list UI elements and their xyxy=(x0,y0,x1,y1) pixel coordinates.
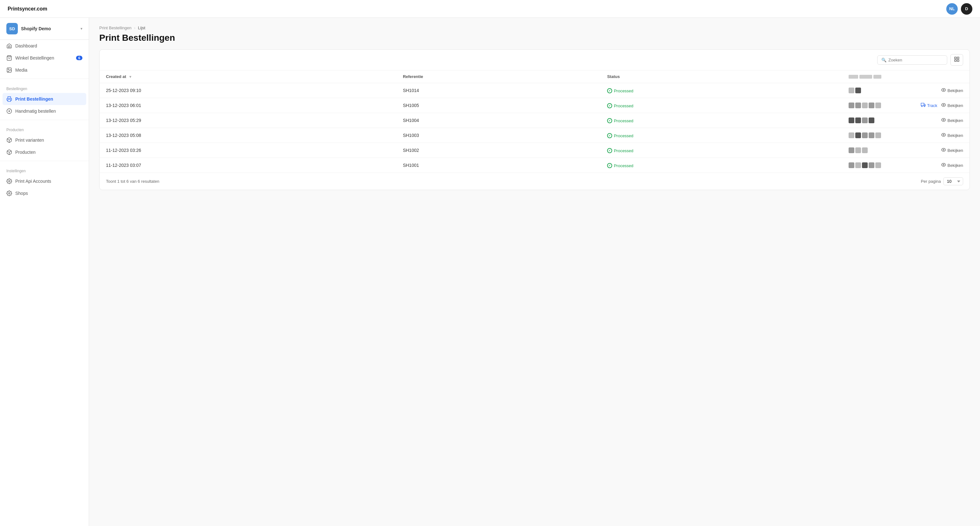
thumb xyxy=(855,102,861,108)
store-selector[interactable]: SD Shopify Demo ▾ xyxy=(0,18,89,40)
per-page-label: Per pagina xyxy=(921,179,941,184)
topnav-right: NL D xyxy=(946,3,972,14)
status-badge: Processed xyxy=(607,103,633,108)
sidebar-item-handmatig-bestellen[interactable]: Handmatig bestellen xyxy=(0,105,89,117)
cell-status: Processed xyxy=(601,143,842,158)
user-button[interactable]: D xyxy=(961,3,972,14)
view-button[interactable]: Bekijken xyxy=(941,132,963,138)
cell-referentie: SH1002 xyxy=(396,143,601,158)
box2-icon xyxy=(6,149,12,155)
svg-rect-16 xyxy=(921,103,924,106)
main-content: Print Bestellingen › Lijst Print Bestell… xyxy=(89,18,980,526)
svg-rect-11 xyxy=(955,57,956,59)
badge: 6 xyxy=(76,56,83,60)
image-icon xyxy=(6,67,12,73)
table-row: 13-12-2023 05:29 SH1004 Processed xyxy=(100,113,969,128)
cell-status: Processed xyxy=(601,113,842,128)
sidebar-item-winkel-bestellingen[interactable]: Winkel Bestellingen 6 xyxy=(0,52,89,64)
cell-status: Processed xyxy=(601,98,842,113)
status-dot xyxy=(607,148,612,153)
status-badge: Processed xyxy=(607,148,633,153)
orders-table: Created at ▼ Referentie Status xyxy=(100,70,969,172)
search-icon: 🔍 xyxy=(881,57,886,62)
thumb xyxy=(849,163,854,168)
cell-status: Processed xyxy=(601,83,842,98)
sidebar-item-print-varianten[interactable]: Print varianten xyxy=(0,134,89,146)
sidebar-item-print-bestellingen[interactable]: Print Bestellingen xyxy=(3,93,86,105)
svg-point-10 xyxy=(9,193,10,194)
table-footer: Toont 1 tot 6 van 6 resultaten Per pagin… xyxy=(100,172,969,190)
row-actions: Bekijken xyxy=(912,118,963,123)
sidebar-item-dashboard[interactable]: Dashboard xyxy=(0,40,89,52)
columns-button[interactable] xyxy=(950,54,963,65)
cart-icon xyxy=(6,55,12,61)
sidebar-item-label: Winkel Bestellingen xyxy=(15,56,54,61)
eye-icon xyxy=(941,102,946,108)
svg-point-18 xyxy=(921,106,923,107)
app-logo: Printsyncer.com xyxy=(8,6,48,12)
search-box[interactable]: 🔍 xyxy=(877,56,947,65)
cell-thumbnails xyxy=(842,83,906,98)
thumb xyxy=(862,118,868,123)
cell-referentie: SH1001 xyxy=(396,158,601,173)
sidebar-item-label: Handmatig bestellen xyxy=(15,108,56,114)
view-button[interactable]: Bekijken xyxy=(941,102,963,108)
gear-icon xyxy=(6,178,12,184)
svg-rect-12 xyxy=(958,57,959,59)
lang-button[interactable]: NL xyxy=(946,3,958,14)
view-button[interactable]: Bekijken xyxy=(941,163,963,168)
thumb xyxy=(849,118,854,123)
view-button[interactable]: Bekijken xyxy=(941,118,963,123)
status-badge: Processed xyxy=(607,163,633,168)
svg-point-22 xyxy=(943,134,944,135)
sidebar-item-producten[interactable]: Producten xyxy=(0,146,89,158)
per-page-select[interactable]: 10 25 50 100 xyxy=(943,177,963,185)
store-name: Shopify Demo xyxy=(21,26,51,31)
thumb xyxy=(875,163,881,168)
table-row: 25-12-2023 09:10 SH1014 Processed xyxy=(100,83,969,98)
status-dot xyxy=(607,133,612,138)
status-badge: Processed xyxy=(607,118,633,123)
sidebar-item-shops[interactable]: Shops xyxy=(0,187,89,199)
breadcrumb-parent: Print Bestellingen xyxy=(99,26,131,30)
eye-icon xyxy=(941,163,946,168)
view-button[interactable]: Bekijken xyxy=(941,88,963,93)
sidebar-item-media[interactable]: Media xyxy=(0,64,89,76)
row-actions: Bekijken xyxy=(912,147,963,153)
cell-created-at: 13-12-2023 05:29 xyxy=(100,113,396,128)
thumb xyxy=(875,102,881,108)
col-actions xyxy=(906,70,969,83)
eye-icon xyxy=(941,88,946,93)
svg-point-21 xyxy=(943,120,944,121)
store-avatar: SD xyxy=(6,23,18,34)
svg-point-20 xyxy=(943,104,944,106)
row-actions: Bekijken xyxy=(912,163,963,168)
cell-created-at: 11-12-2023 03:26 xyxy=(100,143,396,158)
cell-referentie: SH1014 xyxy=(396,83,601,98)
status-dot xyxy=(607,163,612,168)
cell-actions: Bekijken xyxy=(906,113,969,128)
thumb xyxy=(849,132,854,138)
col-referentie: Referentie xyxy=(396,70,601,83)
thumb xyxy=(862,102,868,108)
track-button[interactable]: Track xyxy=(921,102,937,108)
cell-created-at: 11-12-2023 03:07 xyxy=(100,158,396,173)
search-input[interactable] xyxy=(888,57,943,62)
thumb xyxy=(869,118,874,123)
thumb xyxy=(862,163,868,168)
print-icon xyxy=(6,96,12,102)
view-button[interactable]: Bekijken xyxy=(941,147,963,153)
cell-actions: Bekijken xyxy=(906,83,969,98)
eye-icon xyxy=(941,118,946,123)
row-actions: Track Bekijken xyxy=(912,102,963,108)
sidebar-item-print-api-accounts[interactable]: Print Api Accounts xyxy=(0,175,89,187)
gear2-icon xyxy=(6,190,12,196)
col-created-at[interactable]: Created at ▼ xyxy=(100,70,396,83)
sidebar-item-label: Dashboard xyxy=(15,43,37,48)
thumb xyxy=(849,147,854,153)
svg-point-23 xyxy=(943,149,944,151)
svg-rect-3 xyxy=(8,100,11,102)
cell-referentie: SH1003 xyxy=(396,128,601,143)
col-status: Status xyxy=(601,70,842,83)
status-dot xyxy=(607,118,612,123)
